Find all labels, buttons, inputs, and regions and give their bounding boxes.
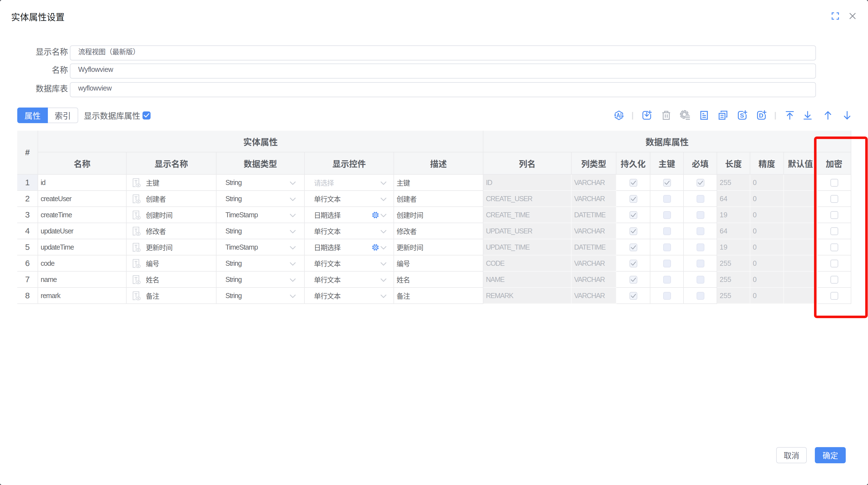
svg-text:S: S bbox=[740, 112, 744, 119]
svg-text:D: D bbox=[759, 112, 763, 119]
